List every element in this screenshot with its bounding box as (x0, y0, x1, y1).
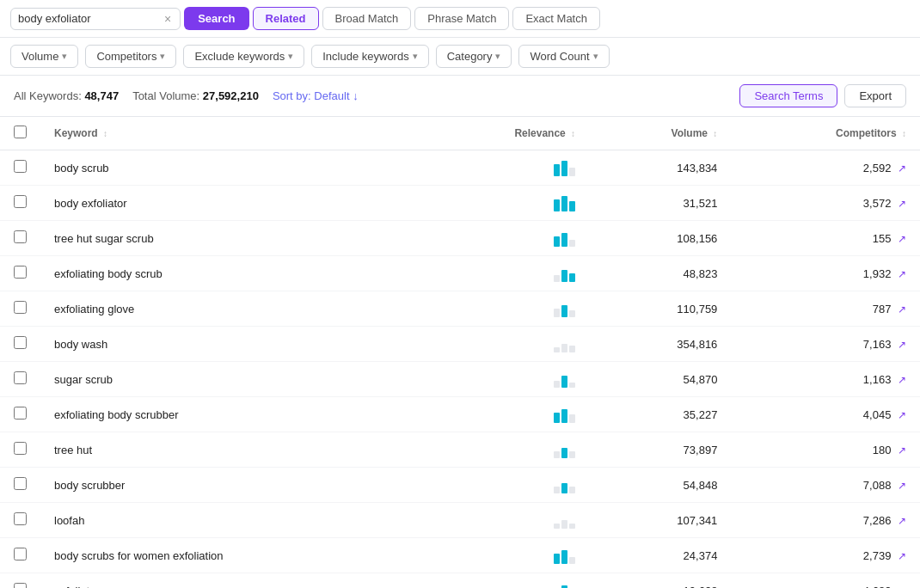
results-bar-right: Search Terms Export (739, 84, 906, 107)
search-button[interactable]: Search (184, 7, 248, 30)
row-checkbox-10[interactable] (14, 512, 27, 525)
row-checkbox-12[interactable] (14, 583, 27, 588)
row-competitors-5: 7,163 ↗ (731, 327, 920, 362)
tab-phrase-match[interactable]: Phrase Match (414, 7, 509, 30)
table-header: Keyword ↕ Relevance ↕ Volume ↕ Competito… (0, 117, 920, 150)
relevance-bar-3-2 (569, 273, 575, 282)
row-relevance-5 (419, 327, 589, 362)
table-row: exfoliating body scrubber35,2274,045 ↗ (0, 397, 920, 432)
search-input[interactable] (18, 12, 163, 25)
keyword-col-header[interactable]: Keyword ↕ (40, 117, 419, 150)
row-checkbox-cell-9 (0, 468, 40, 503)
row-checkbox-cell-5 (0, 327, 40, 362)
tab-broad-match[interactable]: Broad Match (322, 7, 412, 30)
row-competitors-4: 787 ↗ (731, 291, 920, 327)
relevance-bar-7-2 (569, 414, 575, 423)
filter-arrow-icon-include-keywords: ▾ (413, 51, 418, 62)
competitors-link-1[interactable]: ↗ (898, 198, 906, 210)
row-volume-10: 107,341 (589, 503, 731, 538)
relevance-bar-1-2 (569, 201, 575, 211)
tab-related[interactable]: Related (253, 7, 319, 30)
row-checkbox-cell-12 (0, 573, 40, 589)
row-competitors-1: 3,572 ↗ (731, 186, 920, 221)
search-terms-button[interactable]: Search Terms (739, 84, 837, 107)
row-checkbox-5[interactable] (14, 336, 27, 349)
row-checkbox-11[interactable] (14, 548, 27, 560)
competitors-col-header[interactable]: Competitors ↕ (731, 117, 920, 150)
row-competitors-6: 1,163 ↗ (731, 362, 920, 397)
row-checkbox-8[interactable] (14, 442, 27, 455)
relevance-bar-9-0 (554, 487, 560, 493)
competitors-link-7[interactable]: ↗ (898, 409, 906, 421)
filter-label-volume: Volume (21, 50, 58, 63)
competitors-link-12[interactable]: ↗ (898, 585, 906, 589)
filter-category[interactable]: Category▾ (436, 45, 512, 68)
relevance-sort-icon: ↕ (571, 129, 575, 138)
filter-word-count[interactable]: Word Count▾ (518, 45, 609, 68)
filter-volume[interactable]: Volume▾ (10, 45, 78, 68)
table-row: body scrubber54,8487,088 ↗ (0, 468, 920, 503)
top-bar: × Search RelatedBroad MatchPhrase MatchE… (0, 0, 920, 38)
relevance-bar-0-1 (561, 161, 567, 176)
competitors-link-5[interactable]: ↗ (898, 339, 906, 351)
clear-button[interactable]: × (163, 12, 173, 26)
export-button[interactable]: Export (844, 84, 906, 107)
competitors-link-6[interactable]: ↗ (898, 374, 906, 386)
row-competitors-8: 180 ↗ (731, 432, 920, 468)
row-checkbox-9[interactable] (14, 477, 27, 490)
row-checkbox-7[interactable] (14, 407, 27, 420)
filter-include-keywords[interactable]: Include keywords▾ (311, 45, 428, 68)
row-checkbox-3[interactable] (14, 266, 27, 279)
table-row: body scrub143,8342,592 ↗ (0, 150, 920, 186)
row-volume-4: 110,759 (589, 291, 731, 327)
row-volume-0: 143,834 (589, 150, 731, 186)
row-checkbox-4[interactable] (14, 301, 27, 314)
row-checkbox-6[interactable] (14, 371, 27, 384)
competitors-link-3[interactable]: ↗ (898, 268, 906, 280)
row-competitors-9: 7,088 ↗ (731, 468, 920, 503)
row-checkbox-2[interactable] (14, 230, 27, 243)
row-volume-9: 54,848 (589, 468, 731, 503)
competitors-link-0[interactable]: ↗ (898, 162, 906, 175)
filter-competitors[interactable]: Competitors▾ (85, 45, 176, 68)
competitors-link-9[interactable]: ↗ (898, 480, 906, 492)
table-row: sugar scrub54,8701,163 ↗ (0, 362, 920, 397)
table-row: exfoliating body scrub48,8231,932 ↗ (0, 256, 920, 291)
relevance-chart-1 (554, 194, 575, 211)
keywords-table: Keyword ↕ Relevance ↕ Volume ↕ Competito… (0, 117, 920, 588)
sort-control[interactable]: Sort by: Default ↓ (273, 89, 359, 102)
relevance-bar-6-1 (561, 376, 567, 388)
relevance-bar-6-2 (569, 383, 575, 388)
tab-exact-match[interactable]: Exact Match (512, 7, 600, 30)
select-all-checkbox[interactable] (14, 126, 27, 138)
filter-label-include-keywords: Include keywords (322, 50, 408, 63)
row-volume-12: 19,628 (589, 573, 731, 589)
row-competitors-10: 7,286 ↗ (731, 503, 920, 538)
relevance-bar-3-0 (554, 275, 560, 282)
relevance-col-header[interactable]: Relevance ↕ (419, 117, 589, 150)
table-row: loofah107,3417,286 ↗ (0, 503, 920, 538)
row-volume-5: 354,816 (589, 327, 731, 362)
select-all-header[interactable] (0, 117, 40, 150)
competitors-link-4[interactable]: ↗ (898, 303, 906, 315)
row-checkbox-cell-3 (0, 256, 40, 291)
row-volume-8: 73,897 (589, 432, 731, 468)
all-keywords-count: 48,747 (84, 89, 119, 102)
row-keyword-0: body scrub (40, 150, 419, 186)
filter-exclude-keywords[interactable]: Exclude keywords▾ (183, 45, 304, 68)
row-competitors-0: 2,592 ↗ (731, 150, 920, 186)
relevance-bar-7-0 (554, 413, 560, 423)
competitors-link-8[interactable]: ↗ (898, 444, 906, 456)
row-keyword-8: tree hut (40, 432, 419, 468)
row-keyword-4: exfoliating glove (40, 291, 419, 327)
relevance-bar-4-2 (569, 310, 575, 317)
competitors-link-11[interactable]: ↗ (898, 550, 906, 562)
competitors-link-2[interactable]: ↗ (898, 233, 906, 245)
row-checkbox-0[interactable] (14, 160, 27, 173)
relevance-chart-4 (554, 300, 575, 317)
row-checkbox-cell-7 (0, 397, 40, 432)
competitors-link-10[interactable]: ↗ (898, 515, 906, 527)
relevance-chart-11 (554, 547, 575, 564)
volume-col-header[interactable]: Volume ↕ (589, 117, 731, 150)
row-checkbox-1[interactable] (14, 195, 27, 208)
